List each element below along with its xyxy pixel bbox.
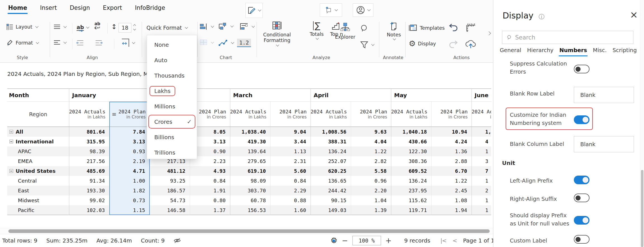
value-cell[interactable]: 2.20 — [351, 186, 391, 195]
bar-chart-button[interactable] — [200, 23, 214, 30]
redo-button[interactable] — [449, 40, 458, 49]
account-button[interactable] — [353, 3, 373, 17]
value-cell[interactable]: 0.93 — [109, 146, 150, 156]
value-cell[interactable]: 2.88 — [431, 156, 472, 166]
settings-gear-icon[interactable]: ⚙ — [330, 237, 337, 244]
notes-button[interactable]: Notes — [385, 21, 403, 40]
value-cell[interactable]: 801.64 — [69, 127, 109, 137]
value-cell[interactable]: 1.60 — [270, 205, 311, 215]
toggle-should-display-prefix-as-unit-for-null-values[interactable] — [574, 216, 589, 225]
panel-scrollbar[interactable] — [640, 0, 644, 247]
panel-search-input[interactable]: Search — [502, 31, 633, 44]
explorer-button[interactable]: Explorer — [334, 22, 356, 40]
value-cell[interactable]: 1 — [472, 195, 491, 205]
info-icon[interactable]: ⓘ — [539, 13, 544, 21]
wrap-text-button[interactable]: abc↵ — [94, 22, 100, 30]
column-header[interactable]: 2024 Planin Crores — [270, 102, 311, 127]
totals-button[interactable]: ∑ Totals — [307, 21, 326, 39]
value-cell[interactable]: 146.58 — [150, 205, 190, 215]
value-cell[interactable]: 0.84 — [190, 176, 230, 186]
menu-tab-infobridge[interactable]: InfoBridge — [135, 4, 165, 13]
toggle-customize-for-indian-numbering-system[interactable] — [574, 115, 589, 124]
quick-format-option-lakhs[interactable]: Lakhs — [147, 83, 197, 99]
gantt-chart-button[interactable] — [240, 23, 254, 30]
ribbon-expand-button[interactable] — [486, 33, 490, 35]
filter-button[interactable] — [360, 41, 374, 49]
value-cell[interactable]: 2.29 — [270, 186, 311, 195]
value-cell[interactable]: 5.58 — [351, 166, 391, 176]
search-button[interactable] — [360, 24, 369, 33]
close-icon[interactable]: × — [630, 9, 638, 20]
menu-tab-export[interactable]: Export — [103, 4, 122, 13]
font-size-input[interactable]: 18 — [119, 23, 131, 32]
value-cell[interactable]: 2.19 — [109, 156, 150, 166]
value-cell[interactable]: 308.36 — [391, 156, 431, 166]
panel-scrollbar-thumb[interactable] — [641, 170, 643, 247]
value-cell[interactable]: 9.63 — [351, 127, 391, 137]
value-cell[interactable]: 122.30 — [391, 146, 431, 156]
value-cell[interactable]: 93.25 — [150, 176, 190, 186]
value-cell[interactable]: 1.00 — [109, 176, 150, 186]
add-comment-button[interactable] — [320, 3, 342, 17]
row-label-international[interactable]: International — [7, 137, 69, 146]
value-cell[interactable]: 1.08 — [431, 195, 472, 205]
value-cell[interactable]: 98.09 — [230, 176, 270, 186]
value-cell[interactable]: 279.65 — [230, 156, 270, 166]
value-cell[interactable]: 7.84 — [109, 127, 150, 137]
value-cell[interactable]: 149.03 — [311, 205, 351, 215]
value-cell[interactable]: 136.24 — [311, 146, 351, 156]
row-label-midwest[interactable]: Midwest — [7, 195, 69, 205]
publish-button[interactable] — [465, 39, 476, 49]
increase-indent-button[interactable] — [94, 40, 103, 46]
value-cell[interactable]: 10.94 — [431, 127, 472, 137]
toggle-left-align-prefix[interactable] — [574, 176, 589, 184]
value-cell[interactable]: 1.91 — [190, 186, 230, 195]
value-cell[interactable]: 0.84 — [270, 176, 311, 186]
value-cell[interactable]: 315.95 — [69, 137, 109, 146]
zoom-out-button[interactable]: − — [342, 237, 348, 244]
value-cell[interactable]: 139.64 — [230, 146, 270, 156]
value-cell[interactable]: 1.39 — [351, 205, 391, 215]
value-cell[interactable]: 2.82 — [351, 156, 391, 166]
panel-tab-hierarchy[interactable]: Hierarchy — [527, 47, 554, 57]
row-label-east[interactable]: East — [7, 186, 69, 195]
value-cell[interactable]: 3 — [472, 156, 491, 166]
undo-button[interactable] — [448, 24, 458, 32]
value-cell[interactable]: 102.03 — [69, 205, 109, 215]
value-cell[interactable]: 4.04 — [351, 137, 391, 146]
quick-format-option-thousands[interactable]: Thousands — [147, 68, 197, 83]
value-cell[interactable]: 217.56 — [69, 156, 109, 166]
toggle-right-align-suffix[interactable] — [574, 194, 589, 202]
toggle-custom-label[interactable] — [574, 235, 589, 244]
text-direction-button[interactable]: ab — [77, 22, 89, 32]
value-cell[interactable]: 419.30 — [230, 137, 270, 146]
column-header[interactable]: 2024 Actualsin Lakhs — [69, 102, 109, 127]
value-cell[interactable]: 99.02 — [69, 195, 109, 205]
value-cell[interactable]: 4.71 — [109, 166, 150, 176]
number-format-button[interactable]: 1.2 — [237, 39, 251, 47]
value-cell[interactable]: 119.71 — [391, 205, 431, 215]
column-header[interactable]: ≡2024 Planin Crores — [109, 102, 150, 127]
previous-page-button[interactable]: < — [453, 237, 457, 244]
row-label-all[interactable]: All — [7, 127, 69, 137]
value-cell[interactable]: 609.52 — [391, 166, 431, 176]
text-align-button[interactable] — [53, 24, 66, 30]
row-label-emea[interactable]: EMEA — [7, 156, 69, 166]
zoom-level[interactable]: 100 % — [352, 236, 381, 245]
collapse-icon[interactable] — [10, 140, 13, 143]
column-header[interactable]: 2024 Actualsin Lakhs — [472, 102, 491, 127]
value-cell[interactable]: 1 — [472, 146, 491, 156]
value-cell[interactable]: 1.22 — [431, 176, 472, 186]
display-button[interactable]: ⚙ Display — [409, 40, 436, 48]
collapse-icon[interactable] — [10, 169, 13, 173]
row-label-apac[interactable]: APAC — [7, 146, 69, 156]
panel-tab-scripting[interactable]: Scripting — [612, 47, 637, 57]
value-cell[interactable]: 1,040.18 — [391, 127, 431, 137]
value-cell[interactable]: 4.93 — [190, 166, 230, 176]
hierarchy-chart-button[interactable] — [219, 22, 233, 30]
value-cell[interactable]: 1.13 — [270, 146, 311, 156]
value-cell[interactable]: 54.73 — [150, 195, 190, 205]
menu-tab-home[interactable]: Home — [8, 4, 27, 13]
table-chart-button-disabled[interactable] — [200, 39, 214, 46]
value-cell[interactable]: 2.31 — [270, 156, 311, 166]
